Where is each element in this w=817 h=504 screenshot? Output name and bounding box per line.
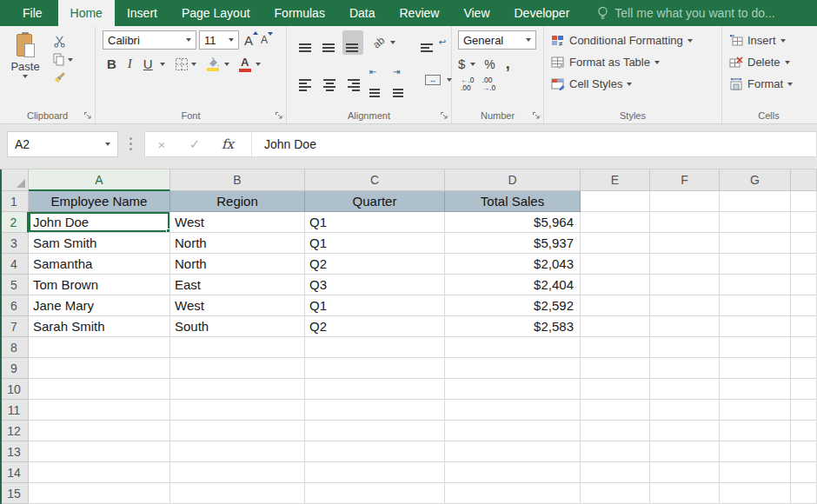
increase-decimal-button[interactable]: ←.0 .00: [458, 76, 477, 92]
clipboard-dialog-launcher[interactable]: [83, 111, 92, 120]
cell-G15[interactable]: [720, 483, 791, 504]
copy-button[interactable]: [53, 52, 73, 67]
percent-style-button[interactable]: %: [484, 57, 495, 71]
cell-E13[interactable]: [581, 441, 650, 462]
cell-G14[interactable]: [720, 462, 791, 483]
font-color-dropdown-caret[interactable]: [256, 63, 261, 66]
cell-D9[interactable]: [445, 358, 581, 379]
cell-F7[interactable]: [650, 316, 720, 337]
cell-F2[interactable]: [650, 212, 720, 233]
cell-C9[interactable]: [305, 358, 445, 379]
borders-dropdown-caret[interactable]: [191, 63, 196, 66]
comma-style-button[interactable]: ,: [506, 55, 510, 73]
cell-C3[interactable]: Q1: [305, 233, 445, 254]
wrap-text-button[interactable]: ↩: [417, 30, 449, 55]
cell-B5[interactable]: East: [170, 275, 305, 295]
cell-C4[interactable]: Q2: [305, 254, 445, 275]
row-header-8[interactable]: 8: [0, 337, 29, 358]
cell-A5[interactable]: Tom Brown: [29, 275, 170, 295]
cell-C11[interactable]: [305, 400, 445, 421]
accounting-format-button[interactable]: $: [458, 56, 465, 71]
tab-home[interactable]: Home: [58, 0, 115, 26]
formula-bar-handle[interactable]: [130, 137, 132, 150]
increase-indent-button[interactable]: ⇥: [389, 60, 410, 100]
cell-H14[interactable]: [791, 462, 817, 483]
cell-E3[interactable]: [581, 233, 650, 254]
cell-D12[interactable]: [445, 421, 581, 441]
cell-G7[interactable]: [720, 316, 791, 337]
row-header-3[interactable]: 3: [0, 233, 29, 254]
increase-font-size-button[interactable]: A: [242, 33, 256, 48]
font-size-combo[interactable]: 11: [199, 30, 239, 50]
paste-dropdown-caret[interactable]: [23, 75, 28, 78]
row-header-14[interactable]: 14: [0, 462, 29, 483]
cell-F9[interactable]: [650, 358, 720, 379]
font-color-button[interactable]: A: [237, 56, 253, 72]
column-header-C[interactable]: C: [305, 169, 445, 191]
cell-D2[interactable]: $5,964: [445, 212, 581, 233]
cell-D7[interactable]: $2,583: [445, 316, 581, 337]
cell-F5[interactable]: [650, 275, 720, 295]
cell-B15[interactable]: [170, 483, 305, 504]
cell-A13[interactable]: [29, 441, 170, 462]
cell-H12[interactable]: [791, 421, 817, 441]
cell-E4[interactable]: [581, 254, 650, 275]
cell-B1[interactable]: Region: [170, 191, 305, 212]
cell-C12[interactable]: [305, 421, 445, 441]
cell-A8[interactable]: [29, 337, 170, 358]
cell-E10[interactable]: [581, 379, 650, 400]
cell-H3[interactable]: [791, 233, 817, 254]
column-header-E[interactable]: E: [581, 169, 650, 191]
column-header-G[interactable]: G: [720, 169, 791, 191]
cell-C7[interactable]: Q2: [305, 316, 445, 337]
bold-button[interactable]: B: [103, 56, 121, 72]
insert-function-button[interactable]: fx: [211, 136, 244, 152]
cell-E5[interactable]: [581, 275, 650, 295]
conditional-formatting-button[interactable]: ≠ Conditional Formatting: [544, 30, 721, 51]
cell-D6[interactable]: $2,592: [445, 295, 581, 316]
cell-D14[interactable]: [445, 462, 581, 483]
cell-F11[interactable]: [650, 400, 720, 421]
row-header-13[interactable]: 13: [0, 441, 29, 462]
cell-H15[interactable]: [791, 483, 817, 504]
paste-button[interactable]: Paste: [5, 30, 45, 107]
top-align-button[interactable]: [296, 30, 316, 55]
cell-F15[interactable]: [650, 483, 720, 504]
cell-B7[interactable]: South: [170, 316, 305, 337]
row-header-6[interactable]: 6: [0, 295, 29, 316]
cell-H13[interactable]: [791, 441, 817, 462]
column-header-A[interactable]: A: [29, 169, 170, 191]
cell-F1[interactable]: [650, 191, 720, 212]
tab-view[interactable]: View: [451, 0, 501, 26]
cell-F8[interactable]: [650, 337, 720, 358]
row-header-2[interactable]: 2: [0, 212, 29, 233]
tell-me-box[interactable]: Tell me what you want to do...: [597, 0, 774, 26]
alignment-dialog-launcher[interactable]: [440, 111, 448, 120]
align-right-button[interactable]: [342, 66, 363, 94]
column-header-B[interactable]: B: [170, 169, 305, 191]
cell-G6[interactable]: [720, 295, 791, 316]
cell-B6[interactable]: West: [170, 295, 305, 316]
cell-A6[interactable]: Jane Mary: [29, 295, 170, 316]
cell-G4[interactable]: [720, 254, 791, 275]
borders-button[interactable]: [175, 57, 189, 71]
row-header-1[interactable]: 1: [0, 191, 29, 212]
format-cells-button[interactable]: Format: [722, 73, 815, 95]
cell-A1[interactable]: Employee Name: [29, 191, 170, 212]
name-box[interactable]: A2: [7, 131, 118, 157]
tab-data[interactable]: Data: [337, 0, 388, 26]
cell-E2[interactable]: [581, 212, 650, 233]
cell-B14[interactable]: [170, 462, 305, 483]
cell-H11[interactable]: [791, 400, 817, 421]
cell-A12[interactable]: [29, 421, 170, 441]
font-family-combo[interactable]: Calibri: [103, 30, 196, 50]
accounting-dropdown-caret[interactable]: [470, 63, 475, 66]
cell-A11[interactable]: [29, 400, 170, 421]
decrease-decimal-button[interactable]: .00 →.0: [480, 76, 499, 92]
copy-dropdown-caret[interactable]: [68, 58, 73, 62]
delete-cells-button[interactable]: Delete: [722, 51, 815, 73]
cell-G5[interactable]: [720, 275, 791, 295]
name-box-caret[interactable]: [105, 143, 110, 146]
underline-button[interactable]: U: [139, 56, 157, 72]
cell-E12[interactable]: [581, 421, 650, 441]
